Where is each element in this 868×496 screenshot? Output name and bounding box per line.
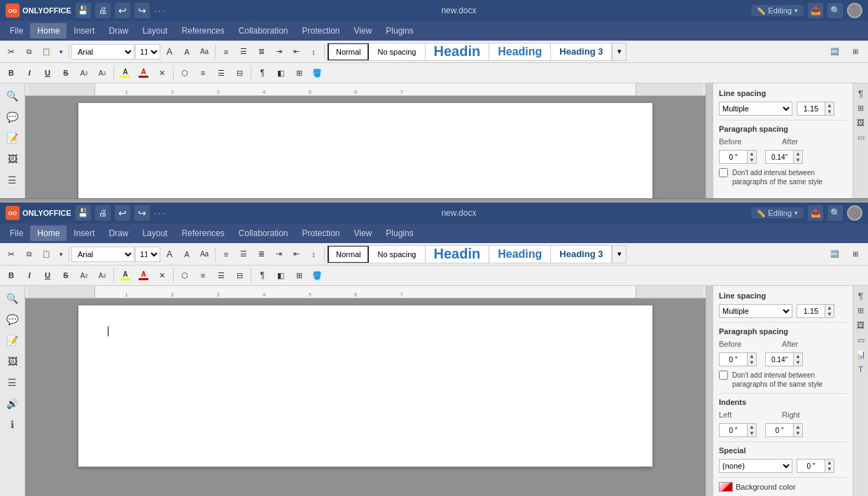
same-style-checkbox-1[interactable] bbox=[719, 168, 728, 177]
menu-home-2[interactable]: Home bbox=[30, 226, 66, 241]
style-heading1-1[interactable]: Headin bbox=[426, 43, 490, 61]
align-justify-btn-1[interactable]: ⊟ bbox=[231, 64, 248, 81]
align-right-btn-2[interactable]: ☰ bbox=[213, 267, 230, 284]
menu-plugins-2[interactable]: Plugins bbox=[379, 226, 420, 241]
bold-btn-2[interactable]: B bbox=[3, 267, 20, 284]
font-color-btn-2[interactable]: A bbox=[135, 267, 152, 284]
style-no-spacing-2[interactable]: No spacing bbox=[369, 245, 425, 263]
undo-button-2[interactable]: ↩ bbox=[115, 205, 130, 221]
list-btn-2[interactable]: ≡ bbox=[218, 246, 234, 263]
line-spacing-type-1[interactable]: Multiple bbox=[719, 102, 792, 116]
list-sidebar-btn-1[interactable]: ☰ bbox=[3, 170, 22, 190]
scrollbar-v-2[interactable] bbox=[706, 286, 713, 496]
paste-special-btn-1[interactable]: ▾ bbox=[55, 43, 66, 60]
color-fill-btn-1[interactable]: 🪣 bbox=[309, 64, 326, 81]
align-right-btn-1[interactable]: ☰ bbox=[213, 64, 230, 81]
indent-in-btn-2[interactable]: ⇥ bbox=[270, 246, 287, 263]
font-shrink-btn-2[interactable]: A bbox=[178, 246, 195, 263]
font-grow-btn-2[interactable]: A bbox=[161, 246, 178, 263]
menu-protection-2[interactable]: Protection bbox=[295, 226, 347, 241]
font-size-select-1[interactable]: 11 bbox=[135, 44, 160, 60]
bold-btn-1[interactable]: B bbox=[3, 64, 20, 81]
menu-layout-2[interactable]: Layout bbox=[135, 226, 174, 241]
list-sidebar-btn-2[interactable]: ☰ bbox=[3, 373, 22, 392]
left-indent-down-2[interactable]: ▼ bbox=[748, 430, 756, 436]
shading-btn-1[interactable]: ◧ bbox=[272, 64, 289, 81]
before-down-1[interactable]: ▼ bbox=[748, 157, 756, 163]
style-heading1-2[interactable]: Headin bbox=[426, 245, 490, 263]
image-btn-2[interactable]: 🖼 bbox=[3, 352, 22, 371]
list-btn-1[interactable]: ≡ bbox=[218, 43, 234, 60]
menu-collaboration-2[interactable]: Collaboration bbox=[232, 226, 295, 241]
list2-btn-1[interactable]: ☰ bbox=[235, 43, 252, 60]
panel-image-icon-1[interactable]: 🖼 bbox=[854, 116, 868, 130]
strikethrough-btn-1[interactable]: S bbox=[57, 64, 74, 81]
align-center-btn-2[interactable]: ≡ bbox=[195, 267, 211, 284]
menu-collaboration-1[interactable]: Collaboration bbox=[232, 23, 295, 39]
superscript-btn-2[interactable]: A2 bbox=[76, 267, 92, 284]
style-heading3-1[interactable]: Heading 3 bbox=[551, 43, 612, 61]
after-up-2[interactable]: ▲ bbox=[794, 353, 802, 359]
share-button-1[interactable]: 📤 bbox=[808, 3, 823, 18]
select-all-btn-2[interactable]: ⊞ bbox=[846, 246, 865, 263]
font-select-2[interactable]: Arial bbox=[71, 247, 134, 262]
editing-badge-2[interactable]: ✏️ Editing ▾ bbox=[751, 207, 804, 219]
lspacing-btn-2[interactable]: ↕ bbox=[305, 246, 322, 263]
borders-btn-1[interactable]: ⊞ bbox=[290, 64, 307, 81]
clear-format-btn-2[interactable]: ✕ bbox=[153, 267, 170, 284]
italic-btn-2[interactable]: I bbox=[21, 267, 38, 284]
before-down-2[interactable]: ▼ bbox=[748, 359, 756, 366]
doc-page-1[interactable] bbox=[78, 103, 652, 198]
track-btn-2[interactable]: 📝 bbox=[3, 331, 22, 350]
before-up-1[interactable]: ▲ bbox=[748, 151, 756, 157]
indent-out-btn-2[interactable]: ⇤ bbox=[288, 246, 304, 263]
panel-para-icon-2[interactable]: ¶ bbox=[854, 289, 868, 303]
cut-btn-1[interactable]: ✂ bbox=[3, 43, 20, 60]
panel-header-icon-1[interactable]: ▭ bbox=[854, 130, 868, 144]
font-select-1[interactable]: Arial bbox=[71, 44, 134, 60]
zoom-in-btn-1[interactable]: 🔍 bbox=[3, 86, 22, 106]
panel-table-icon-1[interactable]: ⊞ bbox=[854, 101, 868, 115]
after-up-1[interactable]: ▲ bbox=[794, 151, 802, 157]
menu-draw-1[interactable]: Draw bbox=[102, 23, 135, 39]
paste-btn-1[interactable]: 📋 bbox=[38, 43, 55, 60]
share-button-2[interactable]: 📤 bbox=[808, 205, 823, 221]
paste-special-btn-2[interactable]: ▾ bbox=[55, 246, 66, 263]
panel-header-icon-2[interactable]: ▭ bbox=[854, 333, 868, 347]
menu-plugins-1[interactable]: Plugins bbox=[379, 23, 420, 39]
line-spacing-type-2[interactable]: Multiple bbox=[719, 304, 792, 318]
indent-out-btn-1[interactable]: ⇤ bbox=[288, 43, 304, 60]
font-grow-btn-1[interactable]: A bbox=[161, 43, 178, 60]
comment-btn-1[interactable]: 💬 bbox=[3, 107, 22, 127]
copy-btn-2[interactable]: ⧉ bbox=[20, 246, 37, 263]
italic-btn-1[interactable]: I bbox=[21, 64, 38, 81]
menu-home-1[interactable]: Home bbox=[30, 23, 66, 39]
highlight-btn-1[interactable]: A bbox=[117, 64, 134, 81]
image-btn-1[interactable]: 🖼 bbox=[3, 149, 22, 169]
zoom-in-btn-2[interactable]: 🔍 bbox=[3, 289, 22, 308]
line-spacing-down-2[interactable]: ▼ bbox=[825, 311, 834, 317]
doc-scroll-1[interactable] bbox=[25, 96, 706, 198]
style-normal-1[interactable]: Normal bbox=[328, 43, 369, 61]
find-replace-btn-1[interactable]: 🔤 bbox=[825, 43, 844, 60]
select-all-btn-1[interactable]: ⊞ bbox=[846, 43, 865, 60]
copy-btn-1[interactable]: ⧉ bbox=[20, 43, 37, 60]
paragraph-marks-btn-2[interactable]: ¶ bbox=[254, 267, 271, 284]
font-case-btn-2[interactable]: Aa bbox=[196, 246, 213, 263]
menu-references-1[interactable]: References bbox=[174, 23, 231, 39]
line-spacing-up-2[interactable]: ▲ bbox=[825, 305, 834, 311]
print-button-2[interactable]: 🖨 bbox=[95, 205, 111, 221]
align-left-btn-2[interactable]: ⬡ bbox=[176, 267, 193, 284]
doc-scroll-2[interactable] bbox=[25, 298, 706, 496]
doc-page-2[interactable] bbox=[78, 305, 652, 467]
style-heading3-2[interactable]: Heading 3 bbox=[551, 245, 612, 263]
menu-references-2[interactable]: References bbox=[174, 226, 231, 241]
menu-insert-1[interactable]: Insert bbox=[66, 23, 102, 39]
align-center-btn-1[interactable]: ≡ bbox=[195, 64, 211, 81]
style-dropdown-1[interactable]: ▾ bbox=[612, 43, 626, 61]
shading-btn-2[interactable]: ◧ bbox=[272, 267, 289, 284]
before-up-2[interactable]: ▲ bbox=[748, 353, 756, 359]
special-down-2[interactable]: ▼ bbox=[825, 466, 834, 472]
after-down-1[interactable]: ▼ bbox=[794, 157, 802, 163]
undo-button-1[interactable]: ↩ bbox=[115, 3, 130, 18]
